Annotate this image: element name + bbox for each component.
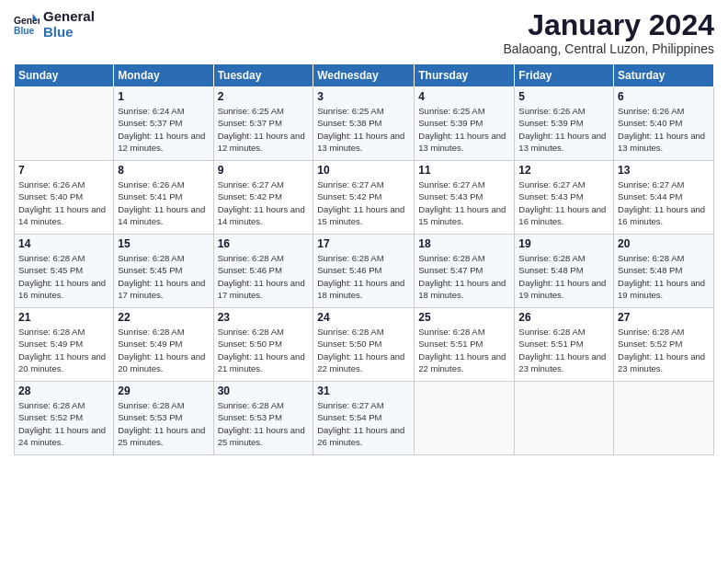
weekday-header-thursday: Thursday <box>415 64 515 87</box>
calendar-cell: 1Sunrise: 6:24 AM Sunset: 5:37 PM Daylig… <box>114 87 213 161</box>
calendar-cell <box>415 382 515 455</box>
calendar-cell: 21Sunrise: 6:28 AM Sunset: 5:49 PM Dayli… <box>15 308 114 382</box>
day-detail: Sunrise: 6:27 AM Sunset: 5:43 PM Dayligh… <box>518 178 609 227</box>
day-number: 14 <box>18 237 109 250</box>
weekday-header-row: SundayMondayTuesdayWednesdayThursdayFrid… <box>15 64 714 87</box>
calendar-cell: 10Sunrise: 6:27 AM Sunset: 5:42 PM Dayli… <box>313 161 415 235</box>
day-detail: Sunrise: 6:28 AM Sunset: 5:50 PM Dayligh… <box>317 326 410 374</box>
svg-text:Blue: Blue <box>14 26 35 36</box>
day-number: 28 <box>18 385 109 397</box>
day-number: 24 <box>317 311 410 324</box>
day-detail: Sunrise: 6:27 AM Sunset: 5:43 PM Dayligh… <box>418 178 510 227</box>
day-number: 29 <box>118 385 209 397</box>
calendar-cell: 25Sunrise: 6:28 AM Sunset: 5:51 PM Dayli… <box>415 308 515 382</box>
weekday-header-saturday: Saturday <box>614 64 714 87</box>
day-detail: Sunrise: 6:25 AM Sunset: 5:38 PM Dayligh… <box>317 105 410 154</box>
day-number: 11 <box>418 164 510 177</box>
day-number: 26 <box>518 311 609 324</box>
calendar-cell: 22Sunrise: 6:28 AM Sunset: 5:49 PM Dayli… <box>114 308 213 382</box>
weekday-header-tuesday: Tuesday <box>213 64 313 87</box>
calendar-cell: 24Sunrise: 6:28 AM Sunset: 5:50 PM Dayli… <box>313 308 415 382</box>
logo-general: General <box>43 9 95 25</box>
day-detail: Sunrise: 6:25 AM Sunset: 5:37 PM Dayligh… <box>218 105 310 154</box>
calendar-cell: 14Sunrise: 6:28 AM Sunset: 5:45 PM Dayli… <box>15 235 114 308</box>
title-block: January 2024 Balaoang, Central Luzon, Ph… <box>503 9 714 56</box>
calendar-cell: 11Sunrise: 6:27 AM Sunset: 5:43 PM Dayli… <box>415 161 515 235</box>
day-detail: Sunrise: 6:28 AM Sunset: 5:45 PM Dayligh… <box>118 252 209 301</box>
day-detail: Sunrise: 6:27 AM Sunset: 5:44 PM Dayligh… <box>618 178 710 227</box>
day-number: 31 <box>317 385 410 397</box>
day-detail: Sunrise: 6:28 AM Sunset: 5:53 PM Dayligh… <box>218 399 310 448</box>
calendar-week-row: 1Sunrise: 6:24 AM Sunset: 5:37 PM Daylig… <box>15 87 714 161</box>
day-number: 12 <box>518 164 609 177</box>
calendar-cell: 2Sunrise: 6:25 AM Sunset: 5:37 PM Daylig… <box>213 87 313 161</box>
weekday-header-friday: Friday <box>515 64 614 87</box>
calendar-week-row: 28Sunrise: 6:28 AM Sunset: 5:52 PM Dayli… <box>15 382 714 455</box>
day-number: 3 <box>317 90 410 103</box>
weekday-header-wednesday: Wednesday <box>313 64 415 87</box>
day-number: 4 <box>418 90 510 103</box>
calendar-cell: 27Sunrise: 6:28 AM Sunset: 5:52 PM Dayli… <box>614 308 714 382</box>
day-number: 23 <box>218 311 310 324</box>
day-number: 8 <box>118 164 209 177</box>
day-number: 27 <box>618 311 710 324</box>
calendar-week-row: 14Sunrise: 6:28 AM Sunset: 5:45 PM Dayli… <box>15 235 714 308</box>
calendar-table: SundayMondayTuesdayWednesdayThursdayFrid… <box>14 63 714 455</box>
day-number: 19 <box>518 237 609 250</box>
calendar-cell: 17Sunrise: 6:28 AM Sunset: 5:46 PM Dayli… <box>313 235 415 308</box>
day-detail: Sunrise: 6:27 AM Sunset: 5:42 PM Dayligh… <box>317 178 410 227</box>
calendar-cell: 30Sunrise: 6:28 AM Sunset: 5:53 PM Dayli… <box>213 382 313 455</box>
calendar-cell: 13Sunrise: 6:27 AM Sunset: 5:44 PM Dayli… <box>614 161 714 235</box>
day-number: 15 <box>118 237 209 250</box>
day-detail: Sunrise: 6:26 AM Sunset: 5:41 PM Dayligh… <box>118 178 209 227</box>
calendar-cell: 7Sunrise: 6:26 AM Sunset: 5:40 PM Daylig… <box>15 161 114 235</box>
calendar-cell: 4Sunrise: 6:25 AM Sunset: 5:39 PM Daylig… <box>415 87 515 161</box>
calendar-week-row: 7Sunrise: 6:26 AM Sunset: 5:40 PM Daylig… <box>15 161 714 235</box>
day-number: 2 <box>218 90 310 103</box>
day-number: 13 <box>618 164 710 177</box>
svg-text:General: General <box>14 16 40 26</box>
calendar-week-row: 21Sunrise: 6:28 AM Sunset: 5:49 PM Dayli… <box>15 308 714 382</box>
day-detail: Sunrise: 6:28 AM Sunset: 5:48 PM Dayligh… <box>618 252 710 301</box>
day-detail: Sunrise: 6:28 AM Sunset: 5:52 PM Dayligh… <box>18 399 109 448</box>
logo-blue: Blue <box>43 25 95 40</box>
day-number: 18 <box>418 237 510 250</box>
day-detail: Sunrise: 6:28 AM Sunset: 5:48 PM Dayligh… <box>518 252 609 301</box>
calendar-cell: 9Sunrise: 6:27 AM Sunset: 5:42 PM Daylig… <box>213 161 313 235</box>
calendar-cell: 3Sunrise: 6:25 AM Sunset: 5:38 PM Daylig… <box>313 87 415 161</box>
day-detail: Sunrise: 6:28 AM Sunset: 5:50 PM Dayligh… <box>218 326 310 374</box>
day-detail: Sunrise: 6:28 AM Sunset: 5:45 PM Dayligh… <box>18 252 109 301</box>
day-number: 7 <box>18 164 109 177</box>
day-number: 20 <box>618 237 710 250</box>
day-detail: Sunrise: 6:28 AM Sunset: 5:49 PM Dayligh… <box>118 326 209 374</box>
day-detail: Sunrise: 6:27 AM Sunset: 5:54 PM Dayligh… <box>317 399 410 448</box>
calendar-cell: 31Sunrise: 6:27 AM Sunset: 5:54 PM Dayli… <box>313 382 415 455</box>
day-number: 17 <box>317 237 410 250</box>
calendar-cell: 20Sunrise: 6:28 AM Sunset: 5:48 PM Dayli… <box>614 235 714 308</box>
page-header: General Blue General Blue January 2024 B… <box>14 9 714 56</box>
day-number: 16 <box>218 237 310 250</box>
day-number: 21 <box>18 311 109 324</box>
day-detail: Sunrise: 6:24 AM Sunset: 5:37 PM Dayligh… <box>118 105 209 154</box>
calendar-cell <box>515 382 614 455</box>
calendar-cell: 18Sunrise: 6:28 AM Sunset: 5:47 PM Dayli… <box>415 235 515 308</box>
logo-icon: General Blue <box>14 12 40 38</box>
day-detail: Sunrise: 6:28 AM Sunset: 5:49 PM Dayligh… <box>18 326 109 374</box>
month-year-title: January 2024 <box>503 9 714 41</box>
calendar-cell: 8Sunrise: 6:26 AM Sunset: 5:41 PM Daylig… <box>114 161 213 235</box>
day-number: 25 <box>418 311 510 324</box>
day-detail: Sunrise: 6:28 AM Sunset: 5:53 PM Dayligh… <box>118 399 209 448</box>
day-detail: Sunrise: 6:26 AM Sunset: 5:39 PM Dayligh… <box>518 105 609 154</box>
calendar-cell: 5Sunrise: 6:26 AM Sunset: 5:39 PM Daylig… <box>515 87 614 161</box>
calendar-cell: 6Sunrise: 6:26 AM Sunset: 5:40 PM Daylig… <box>614 87 714 161</box>
day-number: 6 <box>618 90 710 103</box>
day-detail: Sunrise: 6:27 AM Sunset: 5:42 PM Dayligh… <box>218 178 310 227</box>
day-detail: Sunrise: 6:28 AM Sunset: 5:46 PM Dayligh… <box>218 252 310 301</box>
day-detail: Sunrise: 6:28 AM Sunset: 5:46 PM Dayligh… <box>317 252 410 301</box>
day-number: 1 <box>118 90 209 103</box>
calendar-cell <box>614 382 714 455</box>
logo: General Blue General Blue <box>14 9 95 40</box>
weekday-header-sunday: Sunday <box>15 64 114 87</box>
calendar-cell: 15Sunrise: 6:28 AM Sunset: 5:45 PM Dayli… <box>114 235 213 308</box>
day-number: 9 <box>218 164 310 177</box>
